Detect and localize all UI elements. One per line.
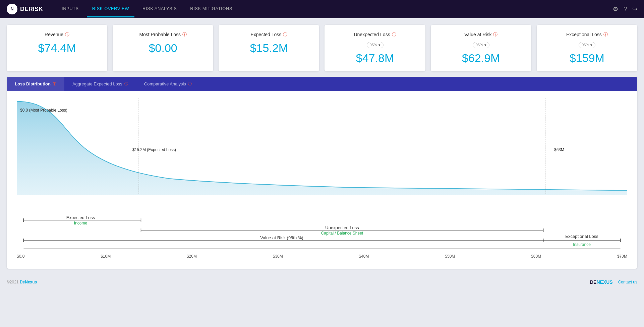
x-label-70: $70M bbox=[617, 254, 627, 259]
metric-mpl-title: Most Probable Loss ⓘ bbox=[118, 31, 208, 38]
x-label-50: $50M bbox=[445, 254, 455, 259]
footer-denexus-brand: DENEXUS bbox=[590, 279, 613, 285]
logo: N DERISK bbox=[7, 4, 43, 14]
x-label-40: $40M bbox=[359, 254, 369, 259]
help-icon[interactable]: ? bbox=[624, 6, 627, 13]
x-label-30: $30M bbox=[273, 254, 283, 259]
svg-text:Unexpected Loss: Unexpected Loss bbox=[325, 225, 359, 230]
metric-var: Value at Risk ⓘ 95% ▾ $62.9M bbox=[431, 25, 531, 71]
metric-cards: Revenue ⓘ $74.4M Most Probable Loss ⓘ $0… bbox=[7, 25, 637, 71]
footer-right: DENEXUS Contact us bbox=[590, 279, 637, 285]
nav-risk-analysis[interactable]: RISK ANALYSIS bbox=[137, 1, 182, 17]
chart-section: Loss Distribution ⓘ Aggregate Expected L… bbox=[7, 77, 637, 269]
metric-ul-title: Unexpected Loss ⓘ bbox=[330, 31, 420, 38]
ul-info-icon[interactable]: ⓘ bbox=[392, 31, 396, 38]
exl-info-icon[interactable]: ⓘ bbox=[603, 31, 608, 38]
logout-icon[interactable]: ↪ bbox=[632, 5, 637, 13]
nav-risk-mitigations[interactable]: RISK MITIGATIONS bbox=[185, 1, 238, 17]
el-info-icon[interactable]: ⓘ bbox=[283, 31, 287, 38]
tab-ael-info-icon[interactable]: ⓘ bbox=[124, 81, 128, 86]
chart-area: $0.0 (Most Probable Loss) $15.2M (Expect… bbox=[17, 98, 627, 212]
ul-badge-chevron: ▾ bbox=[378, 43, 380, 47]
nav-right-icons: ⚙ ? ↪ bbox=[613, 5, 637, 13]
x-label-20: $20M bbox=[187, 254, 197, 259]
metric-revenue-value: $74.4M bbox=[12, 42, 102, 55]
metric-ul-value: $47.8M bbox=[330, 52, 420, 65]
tab-loss-distribution[interactable]: Loss Distribution ⓘ bbox=[7, 77, 64, 91]
metric-ul: Unexpected Loss ⓘ 95% ▾ $47.8M bbox=[325, 25, 425, 71]
svg-text:Value at Risk (95th %): Value at Risk (95th %) bbox=[260, 235, 303, 240]
x-axis: $0.0 $10M $20M $30M $40M $50M $60M $70M bbox=[17, 252, 627, 259]
svg-text:Expected Loss: Expected Loss bbox=[66, 215, 95, 220]
footer-copyright: ©2021 DeNexus bbox=[7, 280, 37, 284]
svg-text:Insurance: Insurance bbox=[573, 242, 591, 247]
svg-text:Capital / Balance Sheet: Capital / Balance Sheet bbox=[321, 231, 363, 236]
footer: ©2021 DeNexus DENEXUS Contact us bbox=[0, 275, 644, 289]
metric-el-title: Expected Loss ⓘ bbox=[224, 31, 314, 38]
revenue-info-icon[interactable]: ⓘ bbox=[65, 31, 69, 38]
settings-icon[interactable]: ⚙ bbox=[613, 5, 618, 13]
x-label-0: $0.0 bbox=[17, 254, 24, 259]
nav-links: INPUTS RISK OVERVIEW RISK ANALYSIS RISK … bbox=[56, 1, 613, 17]
tab-comparative-analysis[interactable]: Comparative Analysis ⓘ bbox=[136, 77, 200, 91]
metric-el: Expected Loss ⓘ $15.2M bbox=[219, 25, 319, 71]
exl-badge[interactable]: 95% ▾ bbox=[579, 42, 595, 48]
chart-body: $0.0 (Most Probable Loss) $15.2M (Expect… bbox=[7, 91, 637, 269]
x-label-60: $60M bbox=[531, 254, 541, 259]
navbar: N DERISK INPUTS RISK OVERVIEW RISK ANALY… bbox=[0, 0, 644, 18]
var-badge[interactable]: 95% ▾ bbox=[473, 42, 489, 48]
tab-aggregate-expected-loss[interactable]: Aggregate Expected Loss ⓘ bbox=[64, 77, 136, 91]
nav-inputs[interactable]: INPUTS bbox=[56, 1, 84, 17]
footer-brand: DeNexus bbox=[20, 280, 37, 284]
chart-label-var: $63M bbox=[554, 147, 564, 152]
tab-ld-info-icon[interactable]: ⓘ bbox=[53, 81, 56, 86]
chart-label-mpl: $0.0 (Most Probable Loss) bbox=[20, 108, 67, 113]
footer-contact[interactable]: Contact us bbox=[618, 280, 637, 284]
var-badge-chevron: ▾ bbox=[484, 43, 486, 47]
metric-revenue: Revenue ⓘ $74.4M bbox=[7, 25, 107, 71]
metric-el-value: $15.2M bbox=[224, 42, 314, 55]
metric-mpl: Most Probable Loss ⓘ $0.00 bbox=[113, 25, 213, 71]
metric-exl-value: $159M bbox=[542, 52, 632, 65]
exl-badge-chevron: ▾ bbox=[590, 43, 592, 47]
logo-icon: N bbox=[7, 4, 17, 14]
brackets-svg: Expected Loss Income Unexpected Loss Cap… bbox=[17, 215, 627, 252]
metric-revenue-title: Revenue ⓘ bbox=[12, 31, 102, 38]
metric-exl-title: Exceptional Loss ⓘ bbox=[542, 31, 632, 38]
ul-badge[interactable]: 95% ▾ bbox=[367, 42, 384, 48]
main-content: Revenue ⓘ $74.4M Most Probable Loss ⓘ $0… bbox=[0, 18, 644, 275]
metric-mpl-value: $0.00 bbox=[118, 42, 208, 55]
logo-text: DERISK bbox=[20, 6, 43, 13]
chart-tabs: Loss Distribution ⓘ Aggregate Expected L… bbox=[7, 77, 637, 91]
brackets-area: Expected Loss Income Unexpected Loss Cap… bbox=[17, 215, 627, 252]
svg-text:Exceptional Loss: Exceptional Loss bbox=[565, 234, 598, 239]
svg-text:Income: Income bbox=[74, 221, 87, 225]
metric-var-title: Value at Risk ⓘ bbox=[436, 31, 526, 38]
nav-risk-overview[interactable]: RISK OVERVIEW bbox=[87, 1, 134, 17]
var-info-icon[interactable]: ⓘ bbox=[493, 31, 497, 38]
metric-var-value: $62.9M bbox=[436, 52, 526, 65]
x-label-10: $10M bbox=[101, 254, 111, 259]
chart-label-el: $15.2M (Expected Loss) bbox=[132, 147, 176, 152]
tab-ca-info-icon[interactable]: ⓘ bbox=[188, 81, 192, 86]
metric-exl: Exceptional Loss ⓘ 95% ▾ $159M bbox=[537, 25, 637, 71]
loss-distribution-chart bbox=[17, 98, 627, 198]
mpl-info-icon[interactable]: ⓘ bbox=[182, 31, 187, 38]
